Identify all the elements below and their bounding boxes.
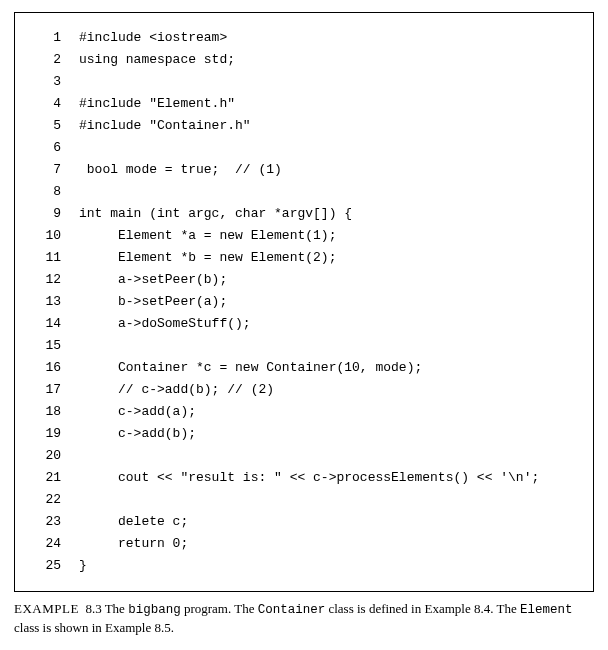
code-line: 19 c->add(b); bbox=[33, 423, 575, 445]
line-number: 18 bbox=[33, 401, 61, 423]
line-number: 8 bbox=[33, 181, 61, 203]
code-text: #include "Container.h" bbox=[79, 115, 251, 137]
code-text: int main (int argc, char *argv[]) { bbox=[79, 203, 352, 225]
code-line: 21 cout << "result is: " << c->processEl… bbox=[33, 467, 575, 489]
code-line: 20 bbox=[33, 445, 575, 467]
code-text: cout << "result is: " << c->processEleme… bbox=[79, 467, 539, 489]
example-caption: EXAMPLE 8.3 The bigbang program. The Con… bbox=[14, 600, 594, 638]
code-text: return 0; bbox=[79, 533, 188, 555]
line-number: 4 bbox=[33, 93, 61, 115]
line-number: 6 bbox=[33, 137, 61, 159]
code-line: 13 b->setPeer(a); bbox=[33, 291, 575, 313]
code-line: 22 bbox=[33, 489, 575, 511]
code-text: c->add(a); bbox=[79, 401, 196, 423]
code-text: } bbox=[79, 555, 87, 577]
code-text: a->doSomeStuff(); bbox=[79, 313, 251, 335]
line-number: 15 bbox=[33, 335, 61, 357]
code-line: 24 return 0; bbox=[33, 533, 575, 555]
code-line: 4#include "Element.h" bbox=[33, 93, 575, 115]
line-number: 25 bbox=[33, 555, 61, 577]
code-line: 11 Element *b = new Element(2); bbox=[33, 247, 575, 269]
code-line: 5#include "Container.h" bbox=[33, 115, 575, 137]
line-number: 3 bbox=[33, 71, 61, 93]
line-number: 7 bbox=[33, 159, 61, 181]
line-number: 12 bbox=[33, 269, 61, 291]
code-line: 1#include <iostream> bbox=[33, 27, 575, 49]
code-text: delete c; bbox=[79, 511, 188, 533]
code-line: 16 Container *c = new Container(10, mode… bbox=[33, 357, 575, 379]
code-text: #include "Element.h" bbox=[79, 93, 235, 115]
code-text: Element *b = new Element(2); bbox=[79, 247, 336, 269]
line-number: 16 bbox=[33, 357, 61, 379]
line-number: 13 bbox=[33, 291, 61, 313]
caption-text-3: class is defined in Example 8.4. The bbox=[325, 601, 520, 616]
code-text: b->setPeer(a); bbox=[79, 291, 227, 313]
code-line: 18 c->add(a); bbox=[33, 401, 575, 423]
line-number: 24 bbox=[33, 533, 61, 555]
code-text: // c->add(b); // (2) bbox=[79, 379, 274, 401]
code-line: 15 bbox=[33, 335, 575, 357]
code-text: bool mode = true; // (1) bbox=[79, 159, 282, 181]
program-name: bigbang bbox=[128, 603, 181, 617]
code-line: 7 bool mode = true; // (1) bbox=[33, 159, 575, 181]
line-number: 1 bbox=[33, 27, 61, 49]
line-number: 10 bbox=[33, 225, 61, 247]
line-number: 21 bbox=[33, 467, 61, 489]
caption-label: EXAMPLE bbox=[14, 601, 79, 616]
line-number: 17 bbox=[33, 379, 61, 401]
class-container: Container bbox=[258, 603, 326, 617]
code-text: Container *c = new Container(10, mode); bbox=[79, 357, 422, 379]
code-text: #include <iostream> bbox=[79, 27, 227, 49]
caption-text-1: The bbox=[102, 601, 128, 616]
line-number: 19 bbox=[33, 423, 61, 445]
code-text: Element *a = new Element(1); bbox=[79, 225, 336, 247]
caption-text-2: program. The bbox=[181, 601, 258, 616]
code-line: 10 Element *a = new Element(1); bbox=[33, 225, 575, 247]
code-line: 12 a->setPeer(b); bbox=[33, 269, 575, 291]
code-line: 2using namespace std; bbox=[33, 49, 575, 71]
caption-text-4: class is shown in Example 8.5. bbox=[14, 620, 174, 635]
code-line: 14 a->doSomeStuff(); bbox=[33, 313, 575, 335]
line-number: 20 bbox=[33, 445, 61, 467]
line-number: 5 bbox=[33, 115, 61, 137]
code-listing-box: 1#include <iostream>2using namespace std… bbox=[14, 12, 594, 592]
line-number: 11 bbox=[33, 247, 61, 269]
line-number: 22 bbox=[33, 489, 61, 511]
caption-number: 8.3 bbox=[85, 601, 101, 616]
line-number: 23 bbox=[33, 511, 61, 533]
code-text: c->add(b); bbox=[79, 423, 196, 445]
code-text: using namespace std; bbox=[79, 49, 235, 71]
class-element: Element bbox=[520, 603, 573, 617]
line-number: 2 bbox=[33, 49, 61, 71]
code-line: 3 bbox=[33, 71, 575, 93]
line-number: 14 bbox=[33, 313, 61, 335]
code-line: 9int main (int argc, char *argv[]) { bbox=[33, 203, 575, 225]
code-line: 6 bbox=[33, 137, 575, 159]
code-line: 23 delete c; bbox=[33, 511, 575, 533]
code-line: 17 // c->add(b); // (2) bbox=[33, 379, 575, 401]
code-line: 8 bbox=[33, 181, 575, 203]
line-number: 9 bbox=[33, 203, 61, 225]
code-text: a->setPeer(b); bbox=[79, 269, 227, 291]
code-line: 25} bbox=[33, 555, 575, 577]
